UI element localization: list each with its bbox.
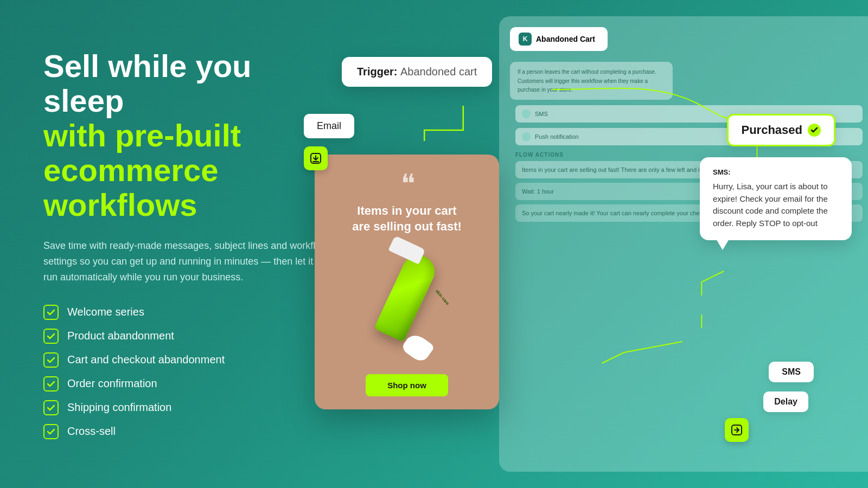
workflow-title: Abandoned Cart <box>536 35 595 43</box>
sms-bubble-tail <box>716 239 729 250</box>
check-icon-2 <box>43 329 59 344</box>
list-item: Product abandonment <box>43 329 336 344</box>
trigger-card: Trigger: Abandoned cart <box>342 57 492 87</box>
headline-line2: with pre-built <box>43 118 241 153</box>
workflow-background-panel: K Abandoned Cart If a person leaves the … <box>499 16 868 472</box>
sms-message-bubble: SMS: Hurry, Lisa, your cart is about to … <box>700 157 852 240</box>
check-icon-6 <box>43 424 59 439</box>
main-headline: Sell while you sleep with pre-built ecom… <box>43 49 336 222</box>
headline-line1: Sell while you sleep <box>43 48 252 118</box>
sms-icon <box>522 110 531 118</box>
push-icon <box>522 132 531 141</box>
sms-message-text: Hurry, Lisa, your cart is about to expir… <box>713 181 839 229</box>
list-item: Cart and checkout abandonment <box>43 352 336 368</box>
delay-action-card: Delay <box>763 391 808 412</box>
download-icon[interactable] <box>304 146 328 170</box>
klaviyo-logo: K <box>519 33 532 46</box>
checklist-label-5: Shipping confirmation <box>67 401 171 414</box>
sms-action-label: SMS <box>782 367 801 376</box>
workflow-header: K Abandoned Cart <box>510 27 608 51</box>
check-icon-3 <box>43 352 59 368</box>
feature-checklist: Welcome series Product abandonment Cart … <box>43 305 336 439</box>
workflow-desc-1: If a person leaves the cart without comp… <box>510 62 673 100</box>
email-label: Email <box>317 120 341 131</box>
sms-label: SMS: <box>713 168 839 176</box>
left-content: Sell while you sleep with pre-built ecom… <box>0 16 369 471</box>
email-card: Email <box>304 114 354 138</box>
purchased-check-icon <box>808 124 821 137</box>
headline-line3: ecommerce <box>43 152 218 188</box>
shop-now-button[interactable]: Shop now <box>366 374 448 396</box>
email-product-card: ❛❛ Items in your cartare selling out fas… <box>315 155 499 409</box>
trigger-value: Abandoned cart <box>400 66 477 78</box>
arrow-right-icon[interactable] <box>725 418 749 442</box>
tube-text: skin care <box>431 285 452 309</box>
flow-actions-label: FLOW ACTIONS <box>515 152 863 158</box>
check-icon-5 <box>43 400 59 415</box>
card-headline: Items in your cartare selling out fast! <box>352 203 462 234</box>
checklist-label-3: Cart and checkout abandonment <box>67 354 225 366</box>
list-item: Order confirmation <box>43 376 336 391</box>
check-icon-4 <box>43 376 59 391</box>
check-icon-1 <box>43 305 59 320</box>
subtitle-text: Save time with ready-made messages, subj… <box>43 238 336 285</box>
delay-label: Delay <box>774 397 797 406</box>
checklist-label-4: Order confirmation <box>67 377 157 390</box>
headline-line4: workflows <box>43 187 197 222</box>
sms-action-card: SMS <box>769 362 814 382</box>
checklist-label-1: Welcome series <box>67 306 144 318</box>
list-item: Welcome series <box>43 305 336 320</box>
trigger-label: Trigger: <box>357 66 397 78</box>
checklist-label-2: Product abandonment <box>67 330 174 342</box>
checklist-label-6: Cross-sell <box>67 425 116 438</box>
page-wrapper: Sell while you sleep with pre-built ecom… <box>0 0 868 488</box>
purchased-label: Purchased <box>742 123 803 137</box>
skincare-tube: skin care <box>358 253 456 361</box>
right-content-area: K Abandoned Cart If a person leaves the … <box>369 0 868 488</box>
tube-body: skin care <box>374 250 440 342</box>
product-image-area: skin care <box>328 245 486 369</box>
list-item: Shipping confirmation <box>43 400 336 415</box>
quote-decoration: ❛❛ <box>401 171 413 197</box>
list-item: Cross-sell <box>43 424 336 439</box>
purchased-badge: Purchased <box>727 114 836 146</box>
